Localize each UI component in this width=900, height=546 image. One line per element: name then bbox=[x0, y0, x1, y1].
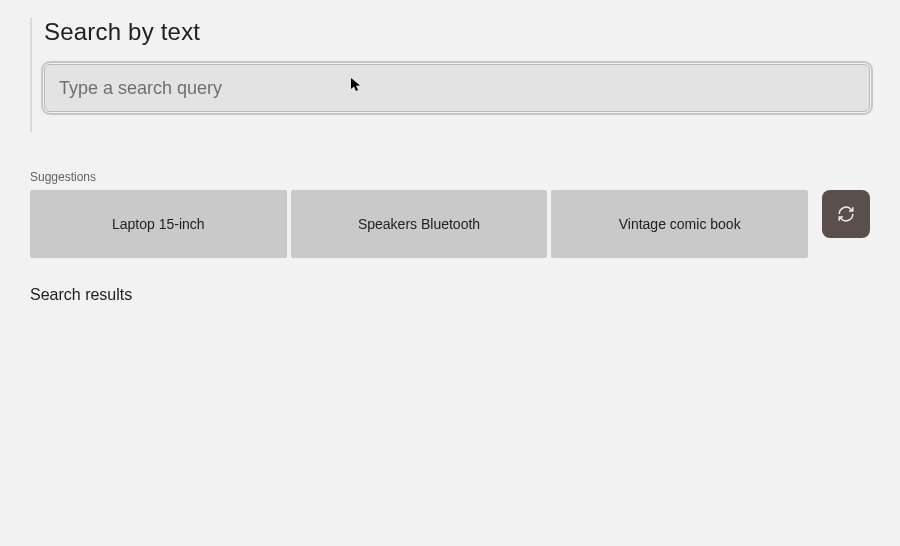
suggestions-label: Suggestions bbox=[30, 170, 870, 184]
refresh-button[interactable] bbox=[822, 190, 870, 238]
search-wrapper bbox=[44, 64, 870, 112]
suggestions-row: Laptop 15-inch Speakers Bluetooth Vintag… bbox=[30, 190, 870, 258]
page-title: Search by text bbox=[44, 18, 870, 46]
header-block: Search by text bbox=[30, 18, 900, 132]
search-input[interactable] bbox=[44, 64, 870, 112]
page-root: Search by text Suggestions Laptop 15-inc… bbox=[0, 18, 900, 304]
suggestion-button[interactable]: Laptop 15-inch bbox=[30, 190, 287, 258]
results-title: Search results bbox=[30, 286, 870, 304]
refresh-icon bbox=[837, 205, 855, 223]
results-section: Search results bbox=[30, 286, 870, 304]
suggestions-section: Suggestions Laptop 15-inch Speakers Blue… bbox=[30, 170, 870, 258]
suggestion-button[interactable]: Vintage comic book bbox=[551, 190, 808, 258]
suggestion-button[interactable]: Speakers Bluetooth bbox=[291, 190, 548, 258]
